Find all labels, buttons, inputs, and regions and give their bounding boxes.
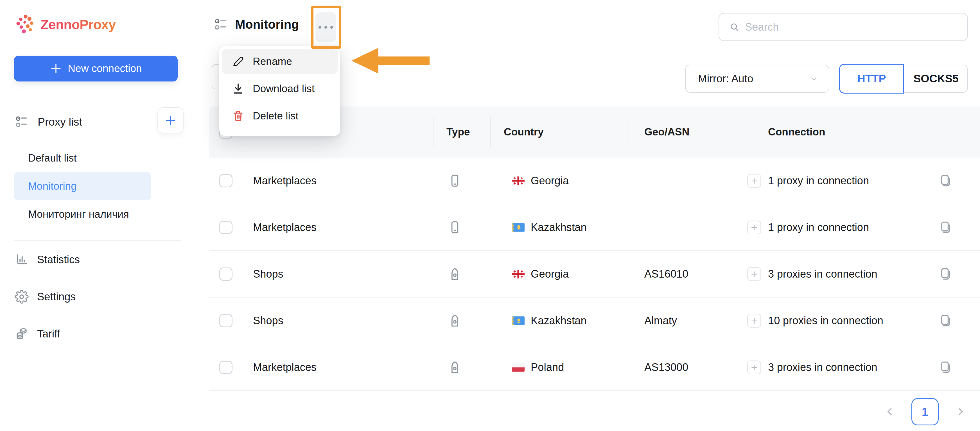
row-geo-asn: Almaty [644,298,677,344]
copy-connection-button[interactable] [938,251,953,297]
menu-item-delete-list[interactable]: Delete list [222,104,337,128]
protocol-label: SOCKS5 [913,73,958,85]
pencil-icon [231,55,245,68]
row-checkbox[interactable] [219,221,232,234]
sidebar-divider [14,240,181,241]
row-country-cell: Poland [512,344,564,390]
row-connection: 3 proxies in connection [768,344,877,390]
row-checkbox-cell [219,251,232,297]
column-header-geo-asn[interactable]: Geo/ASN [644,106,689,158]
column-divider [743,117,743,147]
table-row: Marketplaces Kazakhstan [209,204,980,251]
column-header-country[interactable]: Country [504,106,544,158]
menu-item-download-list[interactable]: Download list [222,76,337,101]
country-flag-icon [512,363,525,372]
smartphone-icon [447,220,462,235]
menu-item-rename[interactable]: Rename [222,49,337,74]
row-checkbox-cell [219,344,232,390]
table-row: Marketplaces Georgia [209,158,980,204]
column-divider [628,117,629,147]
search-input[interactable] [745,21,942,33]
add-to-connection-button[interactable] [747,267,761,281]
proxy-list-label: Proxy list [38,116,82,128]
list-item-label: Мониторинг наличия [28,209,129,220]
new-connection-button[interactable]: New connection [14,55,178,81]
download-icon [231,82,245,95]
protocol-http-button[interactable]: HTTP [839,64,904,93]
column-divider [490,117,491,147]
column-header-type[interactable]: Type [446,106,470,158]
brand-logo: ZennoProxy [15,14,116,35]
protocol-socks5-button[interactable]: SOCKS5 [904,65,968,93]
row-checkbox[interactable] [219,174,232,187]
mirror-select[interactable]: Mirror: Auto [685,65,829,93]
column-divider [433,117,433,147]
sidebar-item-monitoring[interactable]: Monitoring [14,172,151,200]
gear-icon [14,290,29,304]
row-connection: 10 proxies in connection [768,298,883,344]
copy-connection-button[interactable] [938,298,953,344]
add-to-connection-button[interactable] [747,220,761,235]
column-header-connection[interactable]: Connection [768,106,825,158]
row-connection: 3 proxies in connection [768,251,877,297]
country-flag-icon [512,270,525,279]
copy-connection-button[interactable] [938,158,953,204]
sidebar-item-monitoring-nalichiya[interactable]: Мониторинг наличия [14,200,151,228]
row-checkbox[interactable] [219,314,232,327]
row-checkbox-cell [219,204,232,250]
add-proxy-list-button[interactable] [158,107,184,133]
search-box [719,13,968,41]
row-country-cell: Georgia [512,158,569,204]
row-country: Poland [531,361,564,373]
menu-item-label: Delete list [253,110,298,122]
sidebar-item-tariff[interactable]: Tariff [14,323,172,345]
sidebar: ZennoProxy New connection Proxy list [0,0,196,431]
trash-icon [231,109,245,123]
proxy-type-icon [447,344,462,390]
row-checkbox-cell [219,298,232,344]
proxy-type-icon [447,158,462,204]
row-name: Shops [253,251,283,297]
nav-item-label: Tariff [37,328,60,340]
sidebar-item-default-list[interactable]: Default list [14,144,151,172]
row-checkbox[interactable] [219,268,232,281]
pagination-next-button[interactable] [952,402,969,421]
bar-chart-icon [14,253,29,267]
row-country: Kazakhstan [531,315,587,327]
row-country-cell: Kazakhstan [512,204,587,250]
row-checkbox[interactable] [219,361,232,374]
add-to-connection-button[interactable] [747,174,761,188]
row-country: Georgia [531,175,569,187]
proxy-type-icon [447,298,462,344]
row-country: Kazakhstan [531,222,587,233]
pagination-page-1-button[interactable]: 1 [912,398,939,425]
row-geo-asn: AS13000 [644,344,688,390]
annotation-arrow [378,57,430,65]
search-icon [729,21,740,33]
sidebar-item-statistics[interactable]: Statistics [14,248,172,271]
ellipsis-icon [318,26,321,29]
sidebar-item-settings[interactable]: Settings [14,285,172,308]
table-row: Shops Kazakhstan [209,298,980,344]
zennoproxy-app: ZennoProxy New connection Proxy list [0,0,980,431]
residential-icon [447,267,462,281]
list-item-label: Monitoring [28,181,77,192]
smartphone-icon [447,173,462,188]
copy-connection-button[interactable] [938,344,953,390]
nav-item-label: Statistics [37,254,80,266]
nav-item-label: Settings [37,291,76,303]
copy-connection-button[interactable] [938,204,953,250]
row-checkbox-cell [219,158,232,204]
new-connection-label: New connection [68,63,142,74]
proxy-type-icon [447,251,462,297]
row-country: Georgia [531,268,569,280]
mirror-select-value: Mirror: Auto [698,73,753,85]
list-actions-menu-button[interactable] [315,13,336,42]
row-country-cell: Georgia [512,251,569,297]
list-icon [214,17,228,32]
pagination-prev-button[interactable] [881,402,899,421]
menu-item-label: Download list [253,83,315,95]
add-to-connection-button[interactable] [747,314,761,328]
row-name: Marketplaces [253,344,317,390]
add-to-connection-button[interactable] [747,360,761,374]
